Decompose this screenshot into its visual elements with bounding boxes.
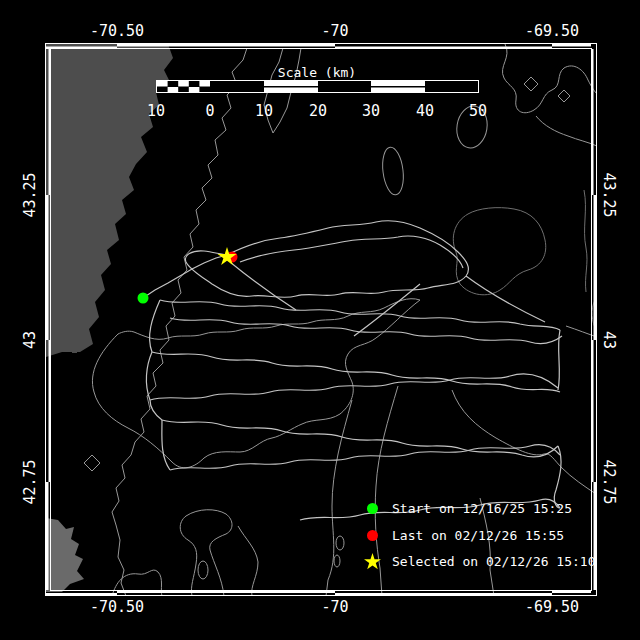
scale-bar xyxy=(157,81,479,93)
left-axis-label: 42.75 xyxy=(21,459,39,504)
bottom-axis-label: -70.50 xyxy=(90,598,144,616)
map-viewport: -70.50 -70 -69.50 -70.50 -70 -69.50 43.2… xyxy=(0,0,640,640)
contour-blob xyxy=(334,555,340,567)
right-axis-label: 42.75 xyxy=(600,459,618,504)
island-southwest xyxy=(46,518,84,592)
scale-tick-label: 10 xyxy=(255,102,273,120)
contour-mushroom xyxy=(180,510,232,596)
track-segment xyxy=(554,446,561,508)
scale-bar-title: Scale (km) xyxy=(278,65,356,80)
scale-checker xyxy=(178,81,189,87)
contour-line xyxy=(536,116,597,146)
top-axis-label: -69.50 xyxy=(525,22,579,40)
legend-label: Last on 02/12/26 15:55 xyxy=(392,527,564,544)
track-segment xyxy=(150,300,160,352)
right-axis-label: 43.25 xyxy=(600,172,618,217)
map-canvas[interactable] xyxy=(0,0,640,640)
bottom-axis-label: -70 xyxy=(321,598,348,616)
contour-line xyxy=(502,44,597,113)
track-segment xyxy=(160,300,560,330)
scale-tick-label: 0 xyxy=(205,102,214,120)
bottom-axis-label: -69.50 xyxy=(525,598,579,616)
last-dot-icon xyxy=(364,527,381,544)
track-segment xyxy=(146,352,152,400)
scale-tick-label: 50 xyxy=(469,102,487,120)
scale-tick-label: 10 xyxy=(147,102,165,120)
track-segment xyxy=(150,400,162,420)
legend-item-selected: Selected on 02/12/26 15:10 xyxy=(364,553,596,570)
start-marker[interactable] xyxy=(138,293,149,304)
contour-blob-offshore xyxy=(453,208,545,295)
legend-label: Selected on 02/12/26 15:10 xyxy=(392,553,596,570)
track-segment xyxy=(162,420,558,457)
float-track xyxy=(143,221,562,520)
track-segment xyxy=(240,236,463,268)
contour-blob xyxy=(336,536,344,550)
land-area xyxy=(46,44,173,357)
left-axis-label: 43.25 xyxy=(21,172,39,217)
track-segment xyxy=(162,420,170,470)
top-axis-label: -70.50 xyxy=(90,22,144,40)
mainland-coast xyxy=(46,44,173,357)
top-axis-label: -70 xyxy=(321,22,348,40)
contour-diamond xyxy=(558,90,570,102)
islet xyxy=(63,343,69,348)
legend-label: Start on 12/16/25 15:25 xyxy=(392,500,572,517)
left-axis-label: 43 xyxy=(21,331,39,349)
scale-checker xyxy=(189,87,200,92)
contour-blob xyxy=(380,146,406,196)
scale-tick-label: 40 xyxy=(416,102,434,120)
contour-diamond xyxy=(524,77,538,91)
contour-diamond xyxy=(84,455,100,471)
islet xyxy=(72,349,77,353)
track-segment xyxy=(230,262,296,310)
scale-checker xyxy=(199,81,210,87)
track-segment xyxy=(466,276,545,322)
scale-tick-label: 20 xyxy=(309,102,327,120)
legend-item-start: Start on 12/16/25 15:25 xyxy=(364,500,572,517)
bathymetry-contours-deep xyxy=(453,190,596,330)
contour-line xyxy=(452,390,596,494)
contour-blob xyxy=(198,561,208,579)
start-dot-icon xyxy=(364,500,381,517)
contour-line xyxy=(238,526,258,596)
legend-item-last: Last on 02/12/26 15:55 xyxy=(364,527,564,544)
selected-star-icon xyxy=(364,553,381,570)
contour-line xyxy=(326,400,352,596)
right-axis-label: 43 xyxy=(600,331,618,349)
track-segment xyxy=(150,374,558,400)
contour-line xyxy=(566,326,597,337)
contour-line xyxy=(584,190,587,292)
scale-checker xyxy=(168,87,179,92)
scale-checker xyxy=(157,81,168,87)
track-segment xyxy=(170,445,560,470)
scale-tick-label: 30 xyxy=(362,102,380,120)
